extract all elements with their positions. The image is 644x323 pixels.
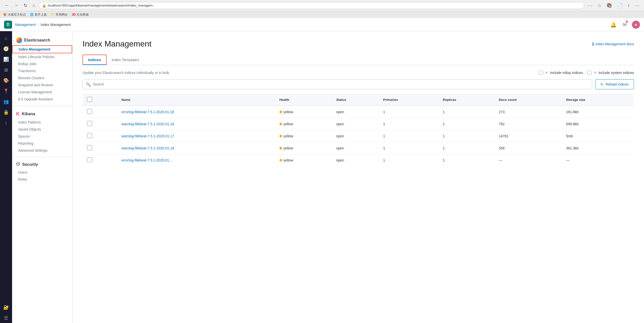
home-nav-icon[interactable]: ⌂ bbox=[1, 33, 11, 43]
row-primaries-cell-2: 1 bbox=[379, 118, 439, 130]
docs-link-icon: ℹ bbox=[592, 41, 594, 47]
row-checkbox-cell bbox=[83, 130, 117, 142]
header-health[interactable]: Health bbox=[275, 94, 332, 106]
sidebar-item-roles[interactable]: Roles bbox=[12, 176, 72, 183]
table-row: errorlog-filebeat-7.5.1-2020.01... yello… bbox=[83, 154, 634, 167]
row-storage-cell-3: 5mb bbox=[562, 130, 634, 142]
sidebar-item-saved-objects[interactable]: Saved Objects bbox=[12, 126, 72, 133]
header-storage-size[interactable]: Storage size bbox=[562, 94, 634, 106]
bookmark-jd[interactable]: JD 京东商城 bbox=[72, 13, 89, 17]
row-name-cell: errorlog-filebeat-7.5.1-2020.01... bbox=[117, 154, 275, 167]
more-button[interactable]: ⋯ bbox=[633, 2, 641, 9]
health-indicator-5: yellow bbox=[279, 158, 328, 162]
elasticsearch-section-label: Elasticsearch bbox=[24, 38, 50, 43]
sidebar-item-spaces[interactable]: Spaces bbox=[12, 133, 72, 140]
include-system-toggle[interactable]: ✕ Include system indices bbox=[587, 70, 634, 75]
reload-icon: ↻ bbox=[600, 82, 603, 86]
sidebar-item-index-management[interactable]: Index Management bbox=[12, 45, 72, 53]
sidebar-item-reporting[interactable]: Reporting bbox=[12, 140, 72, 147]
address-bar[interactable]: 🔒 localhost:5601/app/kibana#/management/… bbox=[39, 2, 584, 9]
menu-nav-icon[interactable]: ☰ bbox=[1, 313, 11, 323]
mail-icon-button[interactable]: ✉ bbox=[622, 21, 628, 29]
health-dot-2 bbox=[279, 123, 282, 125]
sidebar-item-upgrade-assistant[interactable]: 8.0 Upgrade Assistant bbox=[12, 96, 72, 103]
bookmark-foxfire[interactable]: 🦊 火狐官方站点 bbox=[3, 13, 26, 17]
search-input[interactable] bbox=[93, 82, 589, 86]
sidebar-kibana-header: K Kibana bbox=[12, 109, 72, 119]
include-rollup-toggle[interactable]: ✕ Include rollup indices bbox=[538, 70, 583, 75]
index-link-5[interactable]: errorlog-filebeat-7.5.1-2020.01... bbox=[122, 158, 172, 162]
sidebar-item-license-management[interactable]: License Management bbox=[12, 89, 72, 96]
sidebar-item-users[interactable]: Users bbox=[12, 169, 72, 176]
sidebar-item-rollup-jobs[interactable]: Rollup Jobs bbox=[12, 60, 72, 67]
row-replicas-cell-2: 1 bbox=[439, 118, 495, 130]
back-button[interactable]: ← bbox=[3, 2, 11, 9]
select-all-checkbox[interactable] bbox=[87, 97, 92, 102]
breadcrumb-parent[interactable]: Management bbox=[15, 23, 36, 27]
row-health-cell: yellow bbox=[275, 130, 332, 142]
alert-icon-button[interactable]: 🔔 bbox=[609, 21, 618, 29]
lock-nav-icon[interactable]: 🔐 bbox=[1, 302, 11, 312]
sidebar-item-index-lifecycle[interactable]: Index Lifecycle Policies bbox=[12, 53, 72, 60]
apm-nav-icon[interactable]: 👥 bbox=[1, 97, 11, 107]
row-storage-cell-4: 361.3kb bbox=[562, 142, 634, 154]
index-link-1[interactable]: errorlog-filebeat-7.5.1-2020.01.18 bbox=[122, 110, 174, 114]
bookmarks-bar: 🦊 火狐官方站点 🌐 新手上路 📁 常用网址 JD 京东商城 bbox=[0, 11, 644, 18]
index-link-4[interactable]: warnlog-filebeat-7.5.1-2020.01.18 bbox=[122, 146, 174, 150]
uptime-nav-icon[interactable]: ↕ bbox=[1, 118, 11, 128]
bookmark-common[interactable]: 📁 常用网址 bbox=[51, 13, 68, 17]
system-toggle-x[interactable]: ✕ bbox=[594, 71, 596, 74]
library-button[interactable]: 📚 bbox=[605, 2, 614, 9]
sidebar-item-transforms[interactable]: Transforms bbox=[12, 67, 72, 74]
health-dot-5 bbox=[279, 159, 282, 162]
kibana-section-label: Kibana bbox=[22, 112, 35, 116]
rollup-toggle-x[interactable]: ✕ bbox=[545, 71, 548, 74]
sidebar-item-snapshot-restore[interactable]: Snapshot and Restore bbox=[12, 82, 72, 89]
docs-link[interactable]: ℹ Index Management docs bbox=[592, 41, 634, 47]
row-name-cell: warnlog-filebeat-7.5.1-2020.01.16 bbox=[117, 118, 275, 130]
header-docs-count[interactable]: Docs count bbox=[495, 94, 562, 106]
reader-button[interactable]: 📄 bbox=[616, 2, 624, 9]
index-link-3[interactable]: warnlog-filebeat-7.5.1-2020.01.17 bbox=[122, 134, 174, 138]
home-browser-button[interactable]: ⌂ bbox=[31, 2, 37, 9]
row-primaries-cell-1: 1 bbox=[379, 106, 439, 118]
tab-indices[interactable]: Indices bbox=[83, 55, 107, 65]
visualize-nav-icon[interactable]: 📊 bbox=[1, 54, 11, 64]
header-status[interactable]: Status bbox=[332, 94, 379, 106]
siem-nav-icon[interactable]: 🔒 bbox=[1, 107, 11, 117]
row-checkbox-4[interactable] bbox=[87, 145, 92, 150]
reload-browser-button[interactable]: ↻ bbox=[22, 2, 29, 9]
header-primaries[interactable]: Primaries bbox=[379, 94, 439, 106]
search-reload-row: 🔍 ↻ Reload indices bbox=[83, 79, 634, 89]
row-checkbox-3[interactable] bbox=[87, 133, 92, 138]
dashboard-nav-icon[interactable]: ⊞ bbox=[1, 65, 11, 75]
extensions-button[interactable]: ⋯ bbox=[586, 2, 594, 9]
search-box[interactable]: 🔍 bbox=[83, 79, 592, 89]
discover-nav-icon[interactable]: 🧭 bbox=[1, 44, 11, 54]
docs-link-text: Index Management docs bbox=[595, 42, 634, 46]
sidebar-item-advanced-settings[interactable]: Advanced Settings bbox=[12, 147, 72, 154]
row-name-cell: errorlog-filebeat-7.5.1-2020.01.18 bbox=[117, 106, 275, 118]
user-avatar[interactable]: e bbox=[632, 21, 640, 29]
sidebar-item-index-patterns[interactable]: Index Patterns bbox=[12, 119, 72, 126]
index-link-2[interactable]: warnlog-filebeat-7.5.1-2020.01.16 bbox=[122, 122, 174, 126]
maps-nav-icon[interactable]: 📍 bbox=[1, 86, 11, 96]
row-checkbox-2[interactable] bbox=[87, 121, 92, 126]
row-docs-cell-2: 792 bbox=[495, 118, 562, 130]
canvas-nav-icon[interactable]: 🎨 bbox=[1, 75, 11, 86]
bookmark-button[interactable]: ☆ bbox=[596, 2, 603, 9]
bookmark-newuser[interactable]: 🌐 新手上路 bbox=[30, 13, 47, 17]
tab-index-templates[interactable]: Index Templates bbox=[107, 55, 144, 65]
browser-chrome: ← → ↻ ⌂ 🔒 localhost:5601/app/kibana#/man… bbox=[0, 0, 644, 18]
sidebar-item-remote-clusters[interactable]: Remote Clusters bbox=[12, 74, 72, 82]
table-body: errorlog-filebeat-7.5.1-2020.01.18 yello… bbox=[83, 106, 634, 167]
header-replicas[interactable]: Replicas bbox=[439, 94, 495, 106]
row-checkbox-1[interactable] bbox=[87, 109, 92, 114]
reload-indices-button[interactable]: ↻ Reload indices bbox=[595, 79, 634, 89]
header-name[interactable]: Name bbox=[117, 94, 275, 106]
forward-button[interactable]: → bbox=[13, 2, 20, 9]
sync-button[interactable]: ↕ bbox=[626, 2, 631, 9]
row-checkbox-5[interactable] bbox=[87, 157, 92, 162]
table-row: warnlog-filebeat-7.5.1-2020.01.18 yellow… bbox=[83, 142, 634, 154]
row-docs-cell-1: 273 bbox=[495, 106, 562, 118]
